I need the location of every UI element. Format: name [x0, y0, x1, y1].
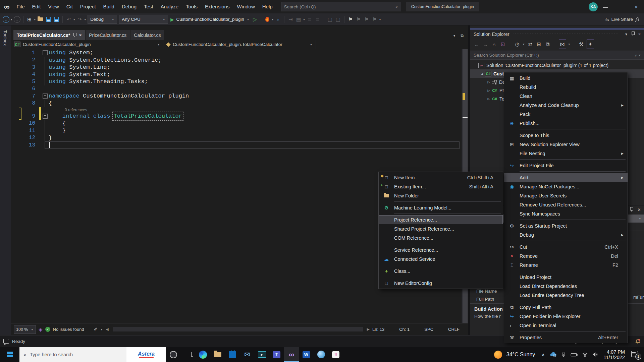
- menu-item-manage-nuget-packages[interactable]: ◉Manage NuGet Packages...: [504, 182, 628, 191]
- fold-margin[interactable]: −: [41, 49, 49, 57]
- menu-item-new-item[interactable]: □✱New Item...Ctrl+Shift+A: [379, 173, 503, 182]
- breakpoints-button[interactable]: ▤: [295, 15, 302, 24]
- undo-dropdown-icon[interactable]: ▾: [73, 18, 75, 21]
- home-icon[interactable]: ⌂: [491, 40, 497, 49]
- weather-sun-icon[interactable]: [494, 351, 502, 359]
- properties-close-icon[interactable]: ×: [638, 207, 641, 213]
- code-line-4[interactable]: 4using System.Text;: [11, 71, 468, 78]
- pending-changes-filter-icon[interactable]: ◷: [514, 40, 521, 49]
- menu-item-publish[interactable]: ⊕Publish...: [504, 119, 628, 128]
- issues-status[interactable]: No issues found: [53, 327, 84, 332]
- menu-tools[interactable]: Tools: [182, 0, 201, 13]
- menu-item-service-reference[interactable]: Service Reference...: [379, 245, 503, 254]
- breadcrumb-member-select[interactable]: [316, 40, 468, 49]
- microphone-icon[interactable]: [561, 352, 566, 357]
- taskbar-app-word[interactable]: W: [299, 347, 314, 362]
- column-indicator[interactable]: Ch: 1: [399, 327, 410, 332]
- properties-tool-icon[interactable]: ⚒: [578, 40, 585, 49]
- menu-item-com-reference[interactable]: COM Reference...: [379, 233, 503, 242]
- weather-text[interactable]: 34°C Sunny: [506, 352, 535, 358]
- uncomment-button[interactable]: ▢: [334, 15, 342, 24]
- show-hidden-icons-chevron[interactable]: ∧: [541, 352, 545, 357]
- code-line-7[interactable]: 7−namespace CustomFunctionCalculator_plu…: [11, 93, 468, 100]
- taskbar-app-mail[interactable]: ✉: [240, 347, 255, 362]
- menu-item-rebuild[interactable]: Rebuild: [504, 82, 628, 92]
- bell-icon[interactable]: [635, 339, 641, 344]
- menu-view[interactable]: View: [44, 0, 62, 13]
- open-file-button[interactable]: [37, 15, 44, 24]
- live-share-button[interactable]: ⇋ Live Share: [605, 17, 644, 22]
- collapse-region-icon[interactable]: −: [43, 114, 48, 119]
- tree-item-solution-customfunctioncalculator-plugin-1-of-1-project-[interactable]: ∞Solution 'CustomFunctionCalculator_plug…: [470, 61, 644, 69]
- switch-views-icon[interactable]: ⊡: [499, 40, 506, 49]
- tab-totalpricecalculator-cs-[interactable]: TotalPriceCalculator.cs*×: [13, 30, 85, 40]
- expander-icon[interactable]: ▷: [486, 89, 491, 92]
- taskbar-app-file-explorer[interactable]: [210, 347, 225, 362]
- menu-git[interactable]: Git: [63, 0, 76, 13]
- code-line-3[interactable]: 3using System.Linq;: [11, 64, 468, 71]
- sync-with-active-document-icon[interactable]: ⇄: [527, 40, 534, 49]
- bookmark-dropdown-icon[interactable]: ▾: [379, 18, 381, 21]
- menu-item-shared-project-reference[interactable]: Shared Project Reference...: [379, 224, 503, 233]
- document-health-icon[interactable]: ◈: [39, 326, 43, 333]
- menu-item-copy-full-path[interactable]: ⧉Copy Full Path: [504, 303, 628, 312]
- show-all-files-icon[interactable]: ⋈: [559, 40, 566, 49]
- step-icons[interactable]: ⇥: [287, 15, 294, 24]
- save-button[interactable]: [45, 15, 52, 24]
- menu-edit[interactable]: Edit: [29, 0, 45, 13]
- taskbar-app-task-view[interactable]: [181, 347, 196, 362]
- avatar[interactable]: KA: [589, 2, 598, 11]
- redo-dropdown-icon[interactable]: ▾: [85, 18, 86, 21]
- menu-item-load-direct-dependencies[interactable]: Load Direct Dependencies: [504, 282, 628, 291]
- menu-build[interactable]: Build: [100, 0, 118, 13]
- properties-pin-icon[interactable]: [630, 207, 633, 213]
- toolbox-tab[interactable]: Toolbox: [0, 25, 11, 335]
- zoom-level-select[interactable]: 100 %▾: [14, 325, 36, 334]
- editor-horizontal-scrollbar[interactable]: [113, 327, 363, 331]
- window-position-icon[interactable]: ▾: [625, 32, 627, 37]
- solution-explorer-search-input[interactable]: Search Solution Explorer (Ctrl+;) ⌕ ▾: [470, 51, 644, 60]
- taskbar-app-edge[interactable]: [196, 347, 210, 362]
- menu-item-build[interactable]: ▦Build: [504, 73, 628, 82]
- scroll-left-icon[interactable]: ◀: [106, 327, 108, 331]
- menu-analyze[interactable]: Analyze: [157, 0, 182, 13]
- tab-calculator-cs[interactable]: Calculator.cs: [130, 30, 164, 40]
- menu-item-connected-service[interactable]: ☁Connected Service: [379, 254, 503, 263]
- fold-margin[interactable]: −: [41, 93, 49, 100]
- collapse-all-icon[interactable]: ⊟: [536, 40, 542, 49]
- filter-dropdown-icon[interactable]: ▾: [523, 43, 525, 46]
- code-line-11[interactable]: 11 }: [11, 127, 468, 134]
- menu-project[interactable]: Project: [76, 0, 100, 13]
- speaker-icon[interactable]: [592, 352, 598, 357]
- menu-item-clean[interactable]: Clean: [504, 92, 628, 101]
- new-project-button[interactable]: ⊞: [26, 15, 33, 24]
- menu-item-edit-project-file[interactable]: ↪Edit Project File: [504, 161, 628, 170]
- undo-button[interactable]: ↶: [65, 15, 72, 24]
- menu-item-remove-unused-references[interactable]: Remove Unused References...: [504, 200, 628, 209]
- solution-platform-select[interactable]: Any CPU▾: [119, 15, 168, 24]
- menu-window[interactable]: Window: [233, 0, 258, 13]
- taskbar-app-white-app[interactable]: ⌗: [328, 347, 343, 362]
- menu-item-pack[interactable]: Pack: [504, 110, 628, 119]
- start-debugging-button[interactable]: ▶ CustomFunctionCalculator_plugin ▾: [170, 17, 250, 22]
- space-indicator[interactable]: SPC: [424, 327, 433, 332]
- menu-item-new-solution-explorer-view[interactable]: ⊞New Solution Explorer View: [504, 140, 628, 149]
- start-without-debugging-button[interactable]: ▷: [251, 15, 259, 24]
- menu-extensions[interactable]: Extensions: [201, 0, 233, 13]
- document-list-icon[interactable]: ▾: [453, 33, 455, 38]
- taskbar-app-browser[interactable]: [314, 347, 328, 362]
- solution-explorer-header[interactable]: Solution Explorer ▾ ×: [470, 29, 644, 39]
- menu-item-properties[interactable]: ⚒PropertiesAlt+Enter: [504, 333, 628, 342]
- collapse-region-icon[interactable]: −: [43, 94, 48, 99]
- menu-item-open-folder-in-file-explorer[interactable]: ↪Open Folder in File Explorer: [504, 312, 628, 321]
- preview-changes-icon[interactable]: ✦: [587, 40, 594, 49]
- collapse-region-icon[interactable]: −: [43, 50, 48, 55]
- se-back-icon[interactable]: ←: [473, 40, 480, 49]
- menu-item-class[interactable]: +Class...: [379, 266, 503, 276]
- hot-reload-button[interactable]: [264, 15, 271, 24]
- redo-button[interactable]: ↷: [76, 15, 84, 24]
- menu-item-rename[interactable]: ⌶RenameF2: [504, 260, 628, 269]
- indent-decrease-button[interactable]: ≣: [306, 15, 313, 24]
- next-bookmark-button[interactable]: ⚑: [363, 15, 370, 24]
- taskbar-app-store[interactable]: [225, 347, 240, 362]
